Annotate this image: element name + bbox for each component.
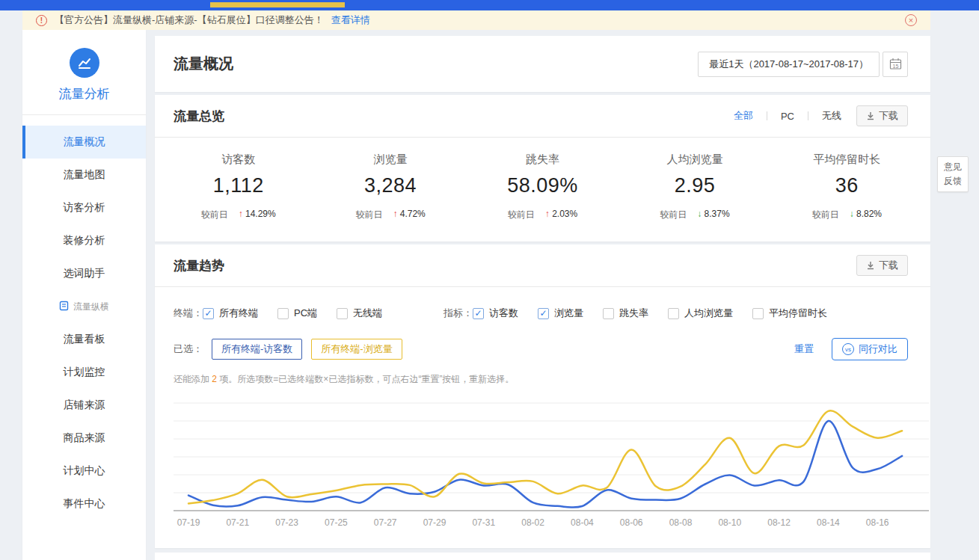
peer-compare-button[interactable]: vs 同行对比: [832, 338, 908, 360]
checkbox-unchecked[interactable]: [337, 308, 348, 319]
sidebar-item-label: 流量概况: [64, 135, 105, 149]
metric-value: 58.09%: [467, 174, 619, 197]
metric-人均浏览量: 人均浏览量2.95较前日↓ 8.37%: [619, 153, 770, 221]
sidebar: 流量分析 流量概况流量地图访客分析装修分析选词助手流量纵横流量看板计划监控店铺来…: [22, 30, 146, 560]
sidebar-item-流量概况[interactable]: 流量概况: [22, 126, 146, 159]
checkbox-unchecked[interactable]: [668, 308, 679, 319]
trend-line-chart: 07-1907-2107-2307-2507-2707-2907-3108-02…: [174, 397, 929, 530]
metric-option-平均停留时长[interactable]: 平均停留时长: [752, 307, 827, 320]
x-axis-tick-label: 08-14: [817, 517, 840, 528]
x-axis-tick-label: 07-31: [472, 517, 495, 528]
sidebar-item-流量纵横: 流量纵横: [22, 290, 146, 323]
sidebar-item-label: 商品来源: [64, 431, 105, 445]
x-axis-tick-label: 07-27: [374, 517, 397, 528]
sidebar-item-装修分析[interactable]: 装修分析: [22, 224, 146, 257]
x-axis-tick-label: 08-12: [767, 517, 791, 528]
sidebar-item-流量看板[interactable]: 流量看板: [22, 323, 146, 356]
change-percent: ↑ 2.03%: [545, 209, 577, 221]
arrow-up-icon: ↑: [239, 209, 243, 219]
page-title: 流量概况: [174, 54, 233, 74]
option-label: 跳失率: [619, 307, 648, 320]
sidebar-item-选词助手[interactable]: 选词助手: [22, 257, 146, 290]
sidebar-item-流量地图[interactable]: 流量地图: [22, 159, 146, 191]
arrow-up-icon: ↑: [393, 209, 397, 219]
document-icon: [59, 301, 69, 313]
metric-访客数: 访客数1,112较前日↑ 14.29%: [162, 153, 314, 221]
sidebar-item-商品来源[interactable]: 商品来源: [22, 422, 146, 455]
active-tab-indicator: [210, 2, 345, 7]
sidebar-item-计划中心[interactable]: 计划中心: [22, 455, 146, 487]
change-percent: ↓ 8.37%: [697, 209, 729, 221]
sidebar-item-label: 装修分析: [64, 234, 105, 247]
change-percent: ↑ 4.72%: [393, 209, 425, 221]
compare-label: 较前日: [355, 209, 382, 221]
option-label: 访客数: [489, 307, 518, 320]
sidebar-item-label: 计划监控: [64, 366, 105, 379]
selected-tag-所有终端-浏览量[interactable]: 所有终端-浏览量: [311, 339, 402, 360]
download-icon: [866, 111, 875, 120]
traffic-trend-card: 流量趋势 下载 终端： ✓所有终端PC端无线端 指标： ✓访客数✓浏览量跳失率人…: [155, 244, 930, 548]
checkbox-checked[interactable]: ✓: [473, 308, 484, 319]
option-label: 浏览量: [554, 307, 583, 320]
terminal-option-无线端[interactable]: 无线端: [337, 307, 382, 320]
date-range-picker[interactable]: 最近1天（2017-08-17~2017-08-17）: [698, 52, 880, 77]
terminal-tabs: 全部PC无线: [734, 109, 841, 123]
metric-group-label: 指标：: [444, 307, 473, 320]
tab-无线[interactable]: 无线: [822, 109, 841, 123]
metric-value: 2.95: [619, 174, 770, 197]
app-title: 流量分析: [22, 85, 146, 102]
terminal-option-PC端[interactable]: PC端: [277, 307, 317, 320]
reset-link[interactable]: 重置: [794, 342, 814, 356]
checkbox-checked[interactable]: ✓: [538, 308, 549, 319]
terminal-group-label: 终端：: [174, 307, 203, 320]
arrow-down-icon: ↓: [850, 209, 854, 219]
svg-text:15: 15: [892, 64, 898, 69]
metric-change: 较前日↑ 4.72%: [314, 209, 466, 221]
compare-label: 较前日: [508, 209, 535, 221]
announcement-text: 【官方公告】流量纵横-店铺来源-【钻石展位】口径调整公告！: [55, 13, 324, 27]
sidebar-item-事件中心[interactable]: 事件中心: [22, 487, 146, 520]
x-axis-tick-label: 07-21: [226, 517, 249, 528]
feedback-button[interactable]: 意见 反馈: [937, 156, 969, 192]
selected-tag-所有终端-访客数[interactable]: 所有终端-访客数: [212, 339, 302, 360]
x-axis-tick-label: 07-19: [177, 517, 200, 528]
sidebar-item-店铺来源[interactable]: 店铺来源: [22, 389, 146, 422]
metric-label: 跳失率: [467, 153, 619, 167]
metric-option-跳失率[interactable]: 跳失率: [603, 307, 648, 320]
line-chart-logo-icon: [70, 48, 99, 78]
checkbox-unchecked[interactable]: [752, 308, 764, 319]
app-logo: 流量分析: [22, 30, 146, 102]
x-axis-tick-label: 08-08: [669, 517, 693, 528]
sidebar-item-计划监控[interactable]: 计划监控: [22, 356, 146, 389]
arrow-down-icon: ↓: [697, 209, 702, 219]
calendar-button[interactable]: 15: [883, 52, 908, 77]
change-percent: ↓ 8.82%: [850, 209, 882, 221]
page-header: 流量概况 最近1天（2017-08-17~2017-08-17） 15: [155, 36, 930, 92]
checkbox-checked[interactable]: ✓: [203, 308, 214, 319]
calendar-icon: 15: [889, 57, 903, 71]
overview-download-button[interactable]: 下载: [856, 105, 908, 126]
checkbox-unchecked[interactable]: [277, 308, 289, 319]
sidebar-menu: 流量概况流量地图访客分析装修分析选词助手流量纵横流量看板计划监控店铺来源商品来源…: [22, 115, 146, 520]
trend-section-title: 流量趋势: [174, 257, 224, 274]
metric-change: 较前日↑ 14.29%: [162, 209, 314, 221]
metric-option-浏览量[interactable]: ✓浏览量: [538, 307, 583, 320]
tab-PC[interactable]: PC: [781, 111, 794, 122]
checkbox-unchecked[interactable]: [603, 308, 614, 319]
trend-download-button[interactable]: 下载: [856, 255, 908, 276]
top-nav-bar: [0, 0, 979, 10]
tab-全部[interactable]: 全部: [734, 109, 753, 123]
sidebar-item-label: 流量看板: [64, 333, 105, 346]
announcement-detail-link[interactable]: 查看详情: [331, 13, 370, 27]
x-axis-tick-label: 08-02: [521, 517, 544, 528]
sidebar-item-访客分析[interactable]: 访客分析: [22, 191, 146, 224]
selection-hint: 还能添加 2 项。所选项数=已选终端数×已选指标数，可点右边“重置”按钮，重新选…: [155, 373, 930, 386]
warning-icon: !: [36, 15, 47, 26]
metric-option-访客数[interactable]: ✓访客数: [473, 307, 518, 320]
trend-line-所有终端-访客数: [188, 421, 902, 508]
overview-section-title: 流量总览: [174, 108, 224, 125]
x-axis-tick-label: 08-10: [718, 517, 741, 528]
terminal-option-所有终端[interactable]: ✓所有终端: [203, 307, 258, 320]
metric-option-人均浏览量[interactable]: 人均浏览量: [668, 307, 733, 320]
close-icon[interactable]: ×: [905, 14, 917, 26]
